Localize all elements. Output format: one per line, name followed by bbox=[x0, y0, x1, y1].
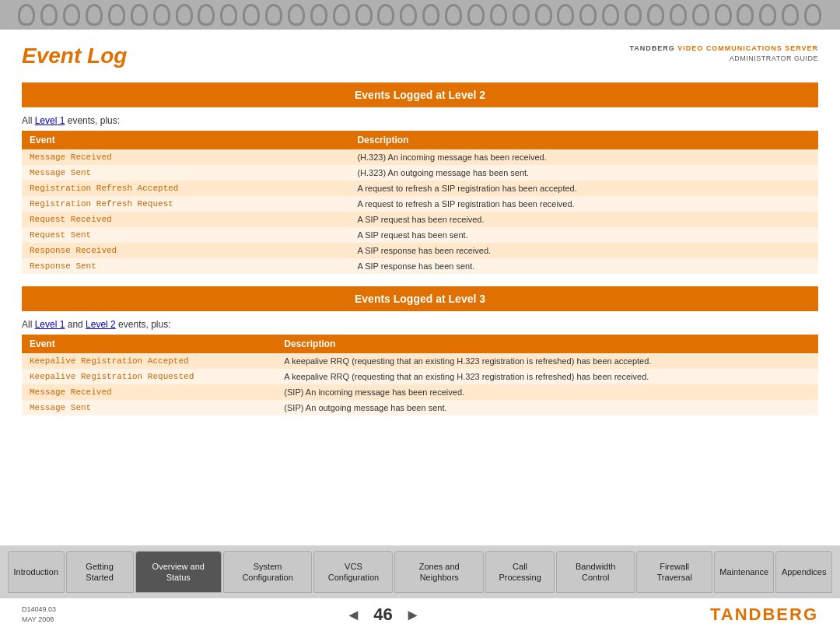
spiral-loop bbox=[782, 4, 799, 26]
event-description: A SIP request has been sent. bbox=[349, 227, 818, 243]
footer-brand: TANDBERG bbox=[710, 605, 818, 625]
event-description: A SIP request has been received. bbox=[349, 212, 818, 227]
spiral-loop bbox=[176, 4, 193, 26]
col-event-s1: Event bbox=[22, 131, 349, 149]
event-name: Message Sent bbox=[22, 400, 276, 415]
table-row: Message Received(H.323) An incoming mess… bbox=[22, 149, 818, 165]
table-row: Message Sent(H.323) An outgoing message … bbox=[22, 165, 818, 181]
spiral-loop bbox=[153, 4, 170, 26]
brand-guide: ADMINISTRATOR GUIDE bbox=[629, 54, 818, 64]
spiral-loop bbox=[243, 4, 260, 26]
doc-number: D14049.03 bbox=[22, 605, 56, 615]
event-name: Message Received bbox=[22, 149, 349, 165]
doc-date: MAY 2008 bbox=[22, 615, 56, 626]
table-row: Keepalive Registration RequestedA keepal… bbox=[22, 369, 818, 384]
table-row: Response SentA SIP response has been sen… bbox=[22, 258, 818, 274]
spiral-loop bbox=[86, 4, 103, 26]
spiral-loop bbox=[377, 4, 394, 26]
spiral-loop bbox=[647, 4, 664, 26]
page-number: 46 bbox=[373, 605, 392, 625]
event-description: (SIP) An incoming message has been recei… bbox=[276, 384, 818, 400]
spiral-loop bbox=[490, 4, 507, 26]
level2-link-s2[interactable]: Level 2 bbox=[86, 319, 116, 330]
event-description: A keepalive RRQ (requesting that an exis… bbox=[276, 353, 818, 369]
table-row: Message Received(SIP) An incoming messag… bbox=[22, 384, 818, 400]
page-title: Event Log bbox=[22, 44, 127, 68]
nav-tab-appendices[interactable]: Appendices bbox=[775, 551, 832, 593]
spiral-loop bbox=[131, 4, 148, 26]
spiral-loop bbox=[63, 4, 80, 26]
section1-all-level: All Level 1 events, plus: bbox=[22, 115, 818, 126]
spiral-loop bbox=[759, 4, 776, 26]
nav-tab-getting-started[interactable]: Getting Started bbox=[66, 551, 134, 593]
table-row: Request SentA SIP request has been sent. bbox=[22, 227, 818, 243]
page-footer: D14049.03 MAY 2008 ◄ 46 ► TANDBERG bbox=[0, 598, 840, 631]
col-event-s2: Event bbox=[22, 335, 276, 353]
doc-info: D14049.03 MAY 2008 bbox=[22, 605, 56, 626]
spiral-loop bbox=[804, 4, 821, 26]
table-row: Keepalive Registration AcceptedA keepali… bbox=[22, 353, 818, 369]
spiral-loop bbox=[625, 4, 642, 26]
event-description: (H.323) An incoming message has been rec… bbox=[349, 149, 818, 165]
spiral-loop bbox=[355, 4, 373, 26]
nav-tab-overview-status[interactable]: Overview and Status bbox=[135, 551, 222, 593]
event-description: (SIP) An outgoing message has been sent. bbox=[276, 400, 818, 415]
event-name: Request Received bbox=[22, 212, 349, 227]
table-row: Registration Refresh AcceptedA request t… bbox=[22, 181, 818, 196]
event-name: Registration Refresh Request bbox=[22, 196, 349, 212]
event-name: Keepalive Registration Requested bbox=[22, 369, 276, 384]
prev-page-button[interactable]: ◄ bbox=[345, 606, 361, 624]
nav-tab-system-configuration[interactable]: System Configuration bbox=[223, 551, 312, 593]
event-name: Message Sent bbox=[22, 165, 349, 181]
nav-tab-firewall-traversal[interactable]: Firewall Traversal bbox=[636, 551, 712, 593]
table-row: Request ReceivedA SIP request has been r… bbox=[22, 212, 818, 227]
brand-name: TANDBERG bbox=[629, 44, 674, 52]
spiral-loop bbox=[737, 4, 754, 26]
nav-tab-zones-neighbors[interactable]: Zones and Neighbors bbox=[394, 551, 484, 593]
section2-header: Events Logged at Level 3 bbox=[22, 286, 818, 311]
spiral-loop bbox=[198, 4, 215, 26]
event-name: Message Received bbox=[22, 384, 276, 400]
brand-product: VIDEO COMMUNICATIONS SERVER bbox=[677, 44, 818, 52]
spiral-loop bbox=[579, 4, 597, 26]
spiral-loop bbox=[40, 4, 58, 26]
event-name: Response Received bbox=[22, 243, 349, 258]
spiral-loop bbox=[557, 4, 574, 26]
spiral-loop bbox=[108, 4, 125, 26]
spiral-loop bbox=[513, 4, 530, 26]
spiral-loop bbox=[400, 4, 417, 26]
event-name: Keepalive Registration Accepted bbox=[22, 353, 276, 369]
spiral-loop bbox=[535, 4, 552, 26]
section2-table: Event Description Keepalive Registration… bbox=[22, 335, 818, 415]
event-description: A keepalive RRQ (requesting that an exis… bbox=[276, 369, 818, 384]
section1-header: Events Logged at Level 2 bbox=[22, 82, 818, 107]
nav-tab-introduction[interactable]: Introduction bbox=[8, 551, 65, 593]
spiral-loop bbox=[692, 4, 709, 26]
section-level3: Events Logged at Level 3 All Level 1 and… bbox=[22, 286, 818, 415]
event-description: A request to refresh a SIP registration … bbox=[349, 196, 818, 212]
brand-info: TANDBERG VIDEO COMMUNICATIONS SERVER ADM… bbox=[629, 44, 818, 63]
spiral-loop bbox=[18, 4, 35, 26]
nav-tab-vcs-configuration[interactable]: VCS Configuration bbox=[313, 551, 393, 593]
table-row: Response ReceivedA SIP response has been… bbox=[22, 243, 818, 258]
nav-tab-call-processing[interactable]: Call Processing bbox=[485, 551, 555, 593]
table-row: Registration Refresh RequestA request to… bbox=[22, 196, 818, 212]
spiral-loop bbox=[310, 4, 327, 26]
spiral-loop bbox=[670, 4, 687, 26]
nav-tab-maintenance[interactable]: Maintenance bbox=[714, 551, 774, 593]
section1-table: Event Description Message Received(H.323… bbox=[22, 131, 818, 274]
page-navigation: ◄ 46 ► bbox=[345, 605, 420, 625]
event-name: Registration Refresh Accepted bbox=[22, 181, 349, 196]
nav-tab-bandwidth-control[interactable]: Bandwidth Control bbox=[556, 551, 635, 593]
section2-all-level: All Level 1 and Level 2 events, plus: bbox=[22, 319, 818, 330]
level1-link-s1[interactable]: Level 1 bbox=[35, 115, 65, 126]
event-name: Request Sent bbox=[22, 227, 349, 243]
event-description: A SIP response has been sent. bbox=[349, 258, 818, 274]
spiral-loop bbox=[715, 4, 732, 26]
next-page-button[interactable]: ► bbox=[405, 606, 421, 624]
section-level2: Events Logged at Level 2 All Level 1 eve… bbox=[22, 82, 818, 274]
spiral-loop bbox=[445, 4, 462, 26]
level1-link-s2[interactable]: Level 1 bbox=[35, 319, 65, 330]
event-description: (H.323) An outgoing message has been sen… bbox=[349, 165, 818, 181]
page-header: Event Log TANDBERG VIDEO COMMUNICATIONS … bbox=[22, 44, 818, 68]
